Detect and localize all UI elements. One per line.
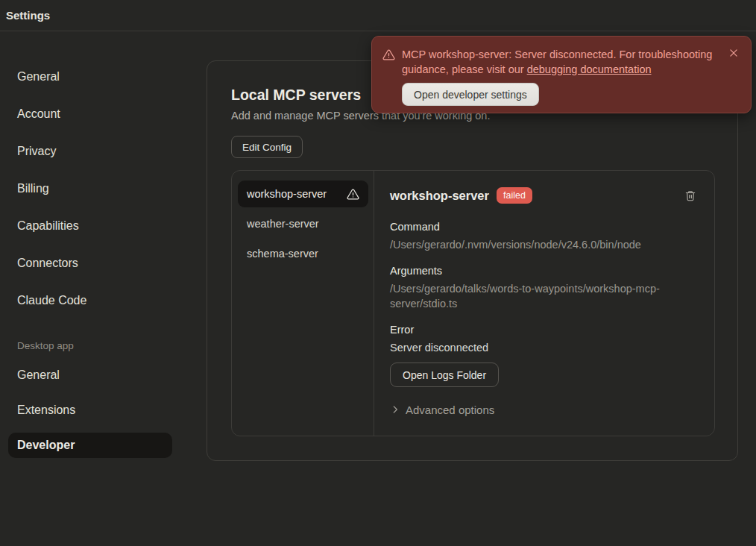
status-badge: failed [497,187,532,204]
server-name: workshop-server [247,188,327,200]
settings-sidebar: General Account Privacy Billing Capabili… [0,32,186,470]
server-name: weather-server [247,218,319,230]
sidebar-item-account[interactable]: Account [8,101,172,127]
close-icon[interactable] [727,46,740,60]
chevron-right-icon [390,404,400,415]
debugging-documentation-link[interactable]: debugging documentation [527,63,652,75]
edit-config-button[interactable]: Edit Config [231,136,303,158]
open-logs-folder-button[interactable]: Open Logs Folder [390,363,499,387]
command-value: /Users/gerardo/.nvm/versions/node/v24.6.… [390,237,696,252]
toast-message: MCP workshop-server: Server disconnected… [402,47,724,77]
sidebar-item-privacy[interactable]: Privacy [8,139,172,164]
server-panel: workshop-server weather-server schema-se… [231,170,715,436]
open-developer-settings-button[interactable]: Open developer settings [402,83,539,106]
error-label: Error [390,323,696,336]
server-list-item-workshop-server[interactable]: workshop-server [238,181,368,207]
error-value: Server disconnected [390,340,696,355]
advanced-options-label: Advanced options [406,404,494,416]
arguments-label: Arguments [390,264,696,277]
sidebar-item-claude-code[interactable]: Claude Code [8,288,172,313]
server-list: workshop-server weather-server schema-se… [232,171,374,436]
sidebar-section-desktop-app: Desktop app [17,340,186,355]
sidebar-item-general[interactable]: General [8,64,172,90]
local-mcp-servers-card: Local MCP servers Add and manage MCP ser… [207,60,738,461]
sidebar-item-extensions[interactable]: Extensions [8,398,172,423]
advanced-options-toggle[interactable]: Advanced options [390,402,696,417]
arguments-value: /Users/gerardo/talks/words-to-waypoints/… [390,281,696,311]
title-bar: Settings [0,0,756,31]
server-list-item-weather-server[interactable]: weather-server [238,210,368,237]
command-label: Command [390,220,696,233]
warning-icon [347,188,359,201]
page-title: Settings [6,0,50,31]
sidebar-item-connectors[interactable]: Connectors [8,251,172,276]
sidebar-item-billing[interactable]: Billing [8,176,172,201]
sidebar-item-desktop-general[interactable]: General [8,363,172,388]
server-name: schema-server [247,248,318,260]
server-detail-title: workshop-server [390,189,489,203]
trash-icon [684,189,696,202]
server-disconnected-toast: MCP workshop-server: Server disconnected… [371,36,752,113]
sidebar-item-developer[interactable]: Developer [8,433,172,458]
server-detail-panel: workshop-server failed Command /Users/ge… [374,171,714,436]
warning-icon [382,48,395,61]
server-detail-header: workshop-server failed [390,186,696,205]
server-list-item-schema-server[interactable]: schema-server [238,240,368,267]
delete-server-button[interactable] [684,189,696,202]
sidebar-item-capabilities[interactable]: Capabilities [8,213,172,239]
